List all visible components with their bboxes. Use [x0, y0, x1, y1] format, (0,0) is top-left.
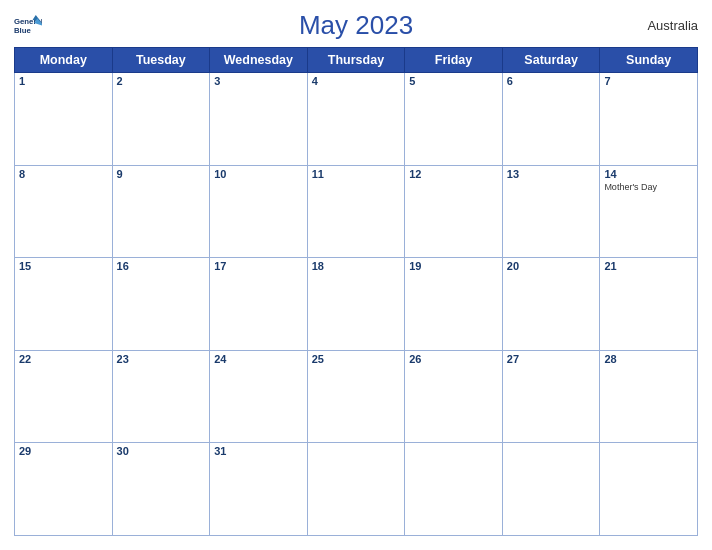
header-wednesday: Wednesday	[210, 48, 308, 73]
day-number: 4	[312, 75, 401, 87]
header-saturday: Saturday	[502, 48, 600, 73]
calendar-day-cell: 19	[405, 258, 503, 351]
calendar-day-cell: 31	[210, 443, 308, 536]
calendar-week-row: 293031	[15, 443, 698, 536]
day-number: 26	[409, 353, 498, 365]
day-number: 30	[117, 445, 206, 457]
calendar-day-cell: 3	[210, 73, 308, 166]
calendar-day-cell: 15	[15, 258, 113, 351]
day-number: 31	[214, 445, 303, 457]
day-number: 25	[312, 353, 401, 365]
calendar-day-cell: 1	[15, 73, 113, 166]
logo: General Blue	[14, 12, 42, 40]
day-number: 20	[507, 260, 596, 272]
day-number: 12	[409, 168, 498, 180]
calendar-title: May 2023	[299, 10, 413, 41]
calendar-day-cell: 20	[502, 258, 600, 351]
calendar-day-cell: 5	[405, 73, 503, 166]
calendar-day-cell: 7	[600, 73, 698, 166]
day-number: 2	[117, 75, 206, 87]
calendar-day-cell: 29	[15, 443, 113, 536]
day-number: 29	[19, 445, 108, 457]
event-label: Mother's Day	[604, 182, 693, 192]
calendar-day-cell: 17	[210, 258, 308, 351]
day-number: 11	[312, 168, 401, 180]
calendar-day-cell: 22	[15, 350, 113, 443]
header-sunday: Sunday	[600, 48, 698, 73]
day-number: 27	[507, 353, 596, 365]
day-number: 13	[507, 168, 596, 180]
calendar-day-cell: 10	[210, 165, 308, 258]
calendar-day-cell: 14Mother's Day	[600, 165, 698, 258]
header-thursday: Thursday	[307, 48, 405, 73]
calendar-day-cell: 24	[210, 350, 308, 443]
day-number: 24	[214, 353, 303, 365]
calendar-wrapper: General Blue May 2023 Australia Monday T…	[0, 0, 712, 550]
calendar-day-cell: 18	[307, 258, 405, 351]
calendar-week-row: 891011121314Mother's Day	[15, 165, 698, 258]
calendar-week-row: 22232425262728	[15, 350, 698, 443]
day-number: 22	[19, 353, 108, 365]
calendar-week-row: 15161718192021	[15, 258, 698, 351]
weekday-header-row: Monday Tuesday Wednesday Thursday Friday…	[15, 48, 698, 73]
header-friday: Friday	[405, 48, 503, 73]
calendar-day-cell: 16	[112, 258, 210, 351]
day-number: 3	[214, 75, 303, 87]
calendar-day-cell: 8	[15, 165, 113, 258]
calendar-day-cell: 27	[502, 350, 600, 443]
day-number: 14	[604, 168, 693, 180]
calendar-day-cell: 9	[112, 165, 210, 258]
day-number: 8	[19, 168, 108, 180]
calendar-day-cell: 30	[112, 443, 210, 536]
calendar-week-row: 1234567	[15, 73, 698, 166]
calendar-day-cell: 4	[307, 73, 405, 166]
calendar-header: General Blue May 2023 Australia	[14, 10, 698, 41]
header-tuesday: Tuesday	[112, 48, 210, 73]
calendar-table: Monday Tuesday Wednesday Thursday Friday…	[14, 47, 698, 536]
day-number: 19	[409, 260, 498, 272]
calendar-day-cell	[405, 443, 503, 536]
day-number: 23	[117, 353, 206, 365]
calendar-day-cell: 2	[112, 73, 210, 166]
calendar-day-cell: 13	[502, 165, 600, 258]
day-number: 7	[604, 75, 693, 87]
day-number: 1	[19, 75, 108, 87]
calendar-day-cell	[502, 443, 600, 536]
calendar-day-cell: 11	[307, 165, 405, 258]
header-monday: Monday	[15, 48, 113, 73]
country-label: Australia	[647, 18, 698, 33]
day-number: 18	[312, 260, 401, 272]
day-number: 21	[604, 260, 693, 272]
day-number: 5	[409, 75, 498, 87]
logo-bird-icon: General Blue	[14, 12, 42, 40]
calendar-day-cell: 28	[600, 350, 698, 443]
day-number: 15	[19, 260, 108, 272]
day-number: 6	[507, 75, 596, 87]
calendar-day-cell	[307, 443, 405, 536]
day-number: 17	[214, 260, 303, 272]
calendar-day-cell: 6	[502, 73, 600, 166]
day-number: 16	[117, 260, 206, 272]
calendar-day-cell	[600, 443, 698, 536]
calendar-day-cell: 23	[112, 350, 210, 443]
day-number: 9	[117, 168, 206, 180]
svg-text:Blue: Blue	[14, 26, 32, 35]
calendar-day-cell: 25	[307, 350, 405, 443]
calendar-day-cell: 21	[600, 258, 698, 351]
calendar-day-cell: 26	[405, 350, 503, 443]
day-number: 28	[604, 353, 693, 365]
day-number: 10	[214, 168, 303, 180]
calendar-day-cell: 12	[405, 165, 503, 258]
